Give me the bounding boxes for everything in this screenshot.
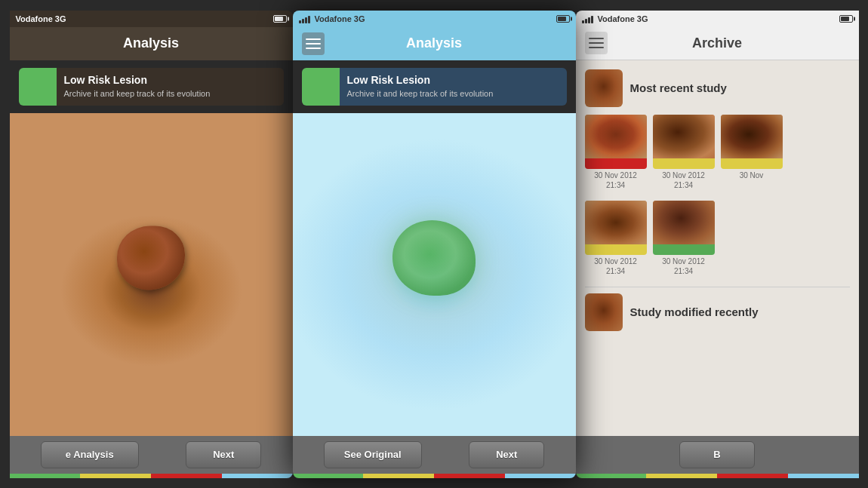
nav-bar-2: Analysis: [293, 27, 576, 60]
nav-title-3: Archive: [692, 35, 742, 51]
result-title-1: Low Risk Lesion: [64, 74, 276, 86]
section-thumb-recent: [585, 69, 623, 107]
strip-yellow: [80, 474, 151, 478]
bottom-bar-1: e Analysis Next: [10, 436, 293, 474]
skin-background-1: [10, 113, 293, 436]
next-button-1[interactable]: Next: [186, 441, 261, 468]
signal-2: [299, 14, 310, 23]
result-desc-1: Archive it and keep track of its evoluti…: [64, 88, 276, 100]
archive-content: Most recent study 30 Nov 201221:34: [576, 60, 859, 436]
carrier-3: Vodafone 3G: [598, 14, 648, 23]
carrier-2: Vodafone 3G: [315, 14, 365, 23]
bar1: [299, 20, 301, 23]
screen-2: Vodafone 3G Analysis Low Risk Lesion Arc…: [293, 11, 576, 478]
section-header-modified: Study modified recently: [585, 293, 850, 331]
see-original-button[interactable]: See Original: [324, 441, 422, 468]
archive-bar-1: [585, 158, 647, 169]
archive-img-1: [585, 115, 647, 158]
menu-line-2: [306, 43, 321, 45]
battery-icon-2: [556, 15, 570, 23]
result-desc-2: Archive it and keep track of its evoluti…: [347, 88, 559, 100]
section-header-recent: Most recent study: [585, 69, 850, 107]
see-analysis-button[interactable]: e Analysis: [41, 441, 139, 468]
archive-thumb-2: [653, 115, 715, 169]
archive-thumb-5: [653, 201, 715, 255]
risk-indicator-2: [302, 68, 340, 106]
bottom-bar-2: See Original Next: [293, 436, 576, 474]
result-card-2: Low Risk Lesion Archive it and keep trac…: [302, 68, 567, 106]
status-left-3: Vodafone 3G: [582, 14, 648, 23]
next-button-2[interactable]: Next: [469, 441, 544, 468]
archive-bar-4: [585, 244, 647, 255]
bar3-2: [585, 19, 587, 23]
menu-line-1: [306, 38, 321, 40]
signal-3: [582, 14, 593, 23]
strip3-red: [717, 474, 788, 478]
archive-item-5[interactable]: 30 Nov 201221:34: [653, 201, 715, 276]
menu-line-3-3: [589, 47, 604, 48]
strip2-red: [434, 474, 505, 478]
screen-1: Vodafone 3G Analysis Low Risk Lesion Arc…: [10, 11, 293, 478]
strip-green: [10, 474, 81, 478]
archive-img-4: [585, 201, 647, 244]
strip3-yellow: [646, 474, 717, 478]
bar3-4: [591, 16, 593, 23]
strip-blue: [222, 474, 293, 478]
result-card-1: Low Risk Lesion Archive it and keep trac…: [19, 68, 284, 106]
status-left-2: Vodafone 3G: [299, 14, 365, 23]
archive-bar-3: [721, 158, 783, 169]
nav-bar-1: Analysis: [10, 27, 293, 60]
archive-thumb-4: [585, 201, 647, 255]
archive-bar-2: [653, 158, 715, 169]
archive-action-button[interactable]: B: [679, 441, 755, 468]
battery-icon-1: [273, 15, 287, 23]
archive-grid-row1: 30 Nov 201221:34 30 Nov 201221:34: [585, 115, 850, 190]
color-strip-1: [10, 474, 293, 478]
archive-divider: [585, 287, 850, 287]
strip3-blue: [788, 474, 859, 478]
nav-bar-3: Archive: [576, 27, 859, 60]
status-bar-1: Vodafone 3G: [10, 11, 293, 27]
result-title-2: Low Risk Lesion: [347, 74, 559, 86]
result-content-2: Low Risk Lesion Archive it and keep trac…: [340, 68, 567, 106]
strip2-green: [293, 474, 364, 478]
archive-date-4: 30 Nov 201221:34: [594, 256, 637, 276]
color-strip-3: [576, 474, 859, 478]
archive-img-2: [653, 115, 715, 158]
content-area-2: [293, 113, 576, 436]
archive-grid-row2: 30 Nov 201221:34 30 Nov 201221:34: [585, 201, 850, 276]
archive-bar-5: [653, 244, 715, 255]
status-bar-3: Vodafone 3G: [576, 11, 859, 27]
archive-item-3[interactable]: 30 Nov: [721, 115, 783, 190]
strip2-blue: [505, 474, 576, 478]
archive-item-4[interactable]: 30 Nov 201221:34: [585, 201, 647, 276]
archive-thumb-1: [585, 115, 647, 169]
battery-icon-3: [839, 15, 853, 23]
result-content-1: Low Risk Lesion Archive it and keep trac…: [57, 68, 284, 106]
menu-line-3-1: [589, 38, 604, 39]
risk-indicator-1: [19, 68, 57, 106]
section-thumb-modified: [585, 293, 623, 331]
bar3: [305, 17, 307, 23]
section-title-modified: Study modified recently: [630, 305, 759, 318]
archive-date-3: 30 Nov: [740, 170, 764, 180]
archive-item-2[interactable]: 30 Nov 201221:34: [653, 115, 715, 190]
nav-title-1: Analysis: [123, 35, 179, 51]
archive-item-1[interactable]: 30 Nov 201221:34: [585, 115, 647, 190]
carrier-1: Vodafone 3G: [16, 14, 66, 23]
content-area-1: [10, 113, 293, 436]
bottom-bar-3: B: [576, 436, 859, 474]
strip-red: [151, 474, 222, 478]
archive-date-5: 30 Nov 201221:34: [662, 256, 705, 276]
lesion-thermal: [392, 220, 476, 296]
bar3-3: [588, 17, 590, 23]
archive-img-3: [721, 115, 783, 158]
menu-button-2[interactable]: [302, 32, 325, 55]
screens-container: Vodafone 3G Analysis Low Risk Lesion Arc…: [0, 0, 868, 488]
archive-background: Most recent study 30 Nov 201221:34: [576, 60, 859, 436]
screen-3: Vodafone 3G Archive Most recent study: [576, 11, 859, 478]
menu-line-3: [306, 48, 321, 49]
menu-button-3[interactable]: [585, 32, 608, 54]
section-title-recent: Most recent study: [630, 81, 727, 94]
strip3-green: [576, 474, 647, 478]
